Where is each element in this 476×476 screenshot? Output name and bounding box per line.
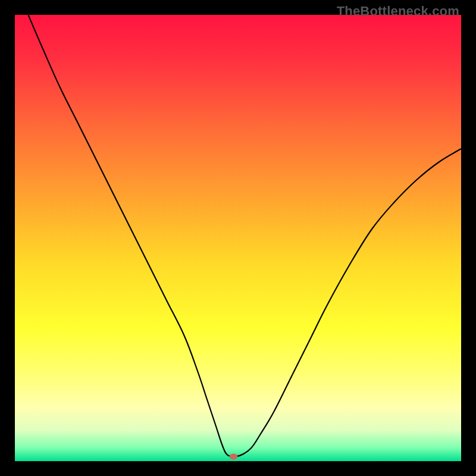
watermark-text: TheBottleneck.com: [337, 4, 459, 19]
chart-svg: [15, 15, 461, 461]
optimum-marker: [230, 454, 238, 460]
chart-background: [15, 15, 461, 461]
chart-plot-area: [15, 15, 461, 461]
